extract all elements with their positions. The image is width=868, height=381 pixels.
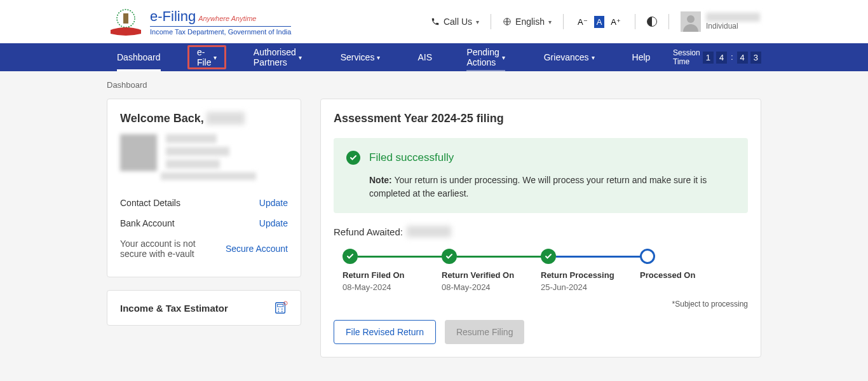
logo-subtitle: Income Tax Department, Government of Ind… [150,26,291,36]
emblem-icon [107,6,145,38]
estimator-title: Income & Tax Estimator [120,303,228,314]
step-label: Return Filed On [342,270,405,280]
font-increase-button[interactable]: A⁺ [608,16,623,28]
detail-redacted [161,172,256,180]
profile-photo [120,134,157,171]
nav-dashboard[interactable]: Dashboard [107,43,171,71]
globe-icon [503,17,512,26]
resume-filing-button: Resume Filing [445,320,524,344]
nav-pending-actions[interactable]: Pending Actions▾ [456,43,515,71]
step-label: Return Verified On [442,270,514,280]
divider [563,14,564,29]
detail-redacted [166,160,220,169]
step-check-icon [442,249,457,264]
call-us-label: Call Us [444,17,472,27]
disclaimer-text: *Subject to processing [334,300,748,308]
secure-account-desc: Your account is not secure with e-vault [120,239,209,259]
step-check-icon [342,249,358,264]
bank-account-label: Bank Account [120,218,175,228]
step-return-filed: Return Filed On 08-May-2024 [342,249,442,292]
update-bank-link[interactable]: Update [259,218,288,228]
action-buttons: File Revised Return Resume Filing [334,320,748,344]
top-header: e-Filing Anywhere Anytime Income Tax Dep… [0,0,868,43]
chevron-down-icon: ▾ [299,54,302,61]
left-column: Welcome Back, Contact Details Update Ban… [107,99,301,357]
main-content: Welcome Back, Contact Details Update Ban… [0,99,868,357]
language-dropdown[interactable]: English ▾ [503,17,552,27]
nav-grievances[interactable]: Grievances▾ [534,43,605,71]
language-label: English [515,17,545,27]
welcome-title: Welcome Back, [120,112,204,125]
divider [668,14,669,29]
right-column: Assessment Year 2024-25 filing Filed suc… [320,99,761,357]
step-return-processing: Return Processing 25-Jun-2024 [541,249,640,292]
step-processed-on: Processed On [640,249,739,282]
svg-point-8 [281,308,283,310]
check-circle-icon [346,151,360,165]
contrast-toggle[interactable] [647,17,657,27]
logo-area[interactable]: e-Filing Anywhere Anytime Income Tax Dep… [107,6,291,38]
update-contact-link[interactable]: Update [259,198,288,208]
font-normal-button[interactable]: A [594,16,605,28]
step-date: 08-May-2024 [342,282,391,292]
user-type: Individual [706,22,760,31]
svg-rect-6 [278,305,283,307]
logo-tagline: Anywhere Anytime [198,15,256,22]
note-text: Your return is under processing. We will… [369,175,707,198]
chevron-down-icon: ▾ [592,54,595,61]
status-box: Filed successfully Note: Your return is … [334,138,748,213]
profile-details [166,134,256,180]
step-label: Processed On [640,270,695,280]
filing-title: Assessment Year 2024-25 filing [334,112,748,125]
nav-efile[interactable]: e-File▾ [187,45,227,69]
nav-authorised-partners[interactable]: Authorised Partners▾ [243,43,312,71]
secure-account-link[interactable]: Secure Account [226,244,288,254]
user-menu[interactable]: Individual [681,11,760,32]
svg-point-10 [281,311,283,312]
logo-text: e-Filing Anywhere Anytime Income Tax Dep… [150,8,291,36]
divider [635,14,635,29]
step-pending-icon [640,249,655,264]
detail-redacted [166,147,229,156]
breadcrumb: Dashboard [0,71,868,99]
font-size-controls: A⁻ A A⁺ [575,16,623,28]
step-check-icon [541,249,556,264]
welcome-user-name [207,112,245,125]
divider [491,14,491,29]
header-tools: Call Us ▾ English ▾ A⁻ A A⁺ Individual [431,11,868,32]
font-decrease-button[interactable]: A⁻ [575,16,590,28]
chevron-down-icon: ▾ [377,54,380,61]
user-name [706,13,760,22]
refund-amount [407,226,451,237]
session-digit: 1 [703,52,714,64]
status-note: Note: Your return is under processing. W… [346,174,735,200]
step-date: 08-May-2024 [442,282,491,292]
refund-label: Refund Awaited: [334,226,403,237]
detail-redacted [166,134,217,143]
session-label: Session Time [673,48,700,66]
avatar-icon [681,11,701,32]
estimator-card[interactable]: Income & Tax Estimator [107,290,301,326]
file-revised-return-button[interactable]: File Revised Return [334,320,436,344]
nav-services[interactable]: Services▾ [330,43,391,71]
step-return-verified: Return Verified On 08-May-2024 [442,249,541,292]
chevron-down-icon: ▾ [476,18,479,25]
step-label: Return Processing [541,270,614,280]
phone-icon [431,17,440,26]
chevron-down-icon: ▾ [214,54,217,61]
calculator-icon [274,301,288,315]
step-date: 25-Jun-2024 [541,282,587,292]
chevron-down-icon: ▾ [548,18,552,25]
filing-progress: Return Filed On 08-May-2024 Return Verif… [334,249,748,292]
nav-help[interactable]: Help [622,43,661,71]
svg-point-7 [278,308,279,310]
session-timer: Session Time 1 4 : 4 3 [673,48,761,66]
nav-ais[interactable]: AIS [407,43,442,71]
status-title: Filed successfully [369,151,454,164]
contact-details-label: Contact Details [120,198,180,208]
session-digit: 4 [716,52,727,64]
main-nav: Dashboard e-File▾ Authorised Partners▾ S… [0,43,868,71]
session-digit: 3 [750,52,761,64]
svg-point-4 [687,15,695,23]
call-us-dropdown[interactable]: Call Us ▾ [431,17,479,27]
